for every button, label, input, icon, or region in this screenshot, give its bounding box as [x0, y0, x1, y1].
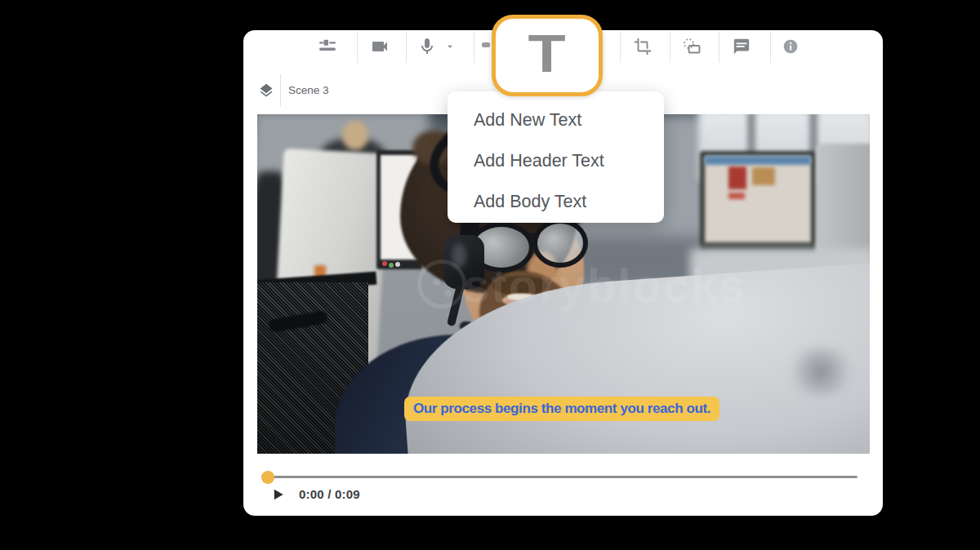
- timeline-scrubber-track[interactable]: [268, 476, 858, 478]
- toolbar-divider: [406, 32, 407, 63]
- mic-dropdown-arrow-icon[interactable]: [444, 37, 456, 56]
- microphone-icon[interactable]: [417, 37, 437, 56]
- editor-panel: T Scene 3: [243, 30, 883, 516]
- toolbar-divider: [719, 32, 719, 63]
- caption-text-element[interactable]: Our process begins the moment you reach …: [404, 397, 719, 421]
- scene-label: Scene 3: [288, 84, 329, 96]
- toolbar-divider: [670, 32, 670, 63]
- layers-icon[interactable]: [258, 82, 274, 99]
- adjust-sliders-icon[interactable]: [318, 37, 337, 56]
- text-tool-button-highlighted[interactable]: T: [492, 15, 603, 96]
- screenshot-canvas: T Scene 3: [0, 0, 980, 550]
- scene-bar-divider: [280, 74, 281, 107]
- background-person-head: [342, 121, 368, 150]
- watermark-logo-dot: [444, 290, 452, 297]
- toolbar-divider: [770, 32, 771, 63]
- sticker-dot-green: [389, 263, 394, 268]
- text-tool-glyph: T: [528, 28, 566, 80]
- menu-item-add-header-text[interactable]: Add Header Text: [448, 140, 664, 181]
- animate-motion-icon[interactable]: [682, 37, 702, 56]
- coworker-screen-thumbnail-tan: [752, 167, 775, 185]
- foreground-monitor-shadow-spot: [784, 347, 858, 396]
- video-camera-icon[interactable]: [370, 37, 390, 56]
- watermark-logo: [417, 259, 466, 308]
- timeline-scrubber-handle[interactable]: [261, 471, 274, 484]
- toolbar-divider: [474, 32, 474, 63]
- toolbar-divider: [620, 32, 621, 63]
- toolbar-divider: [357, 32, 358, 63]
- sticker-dot-gray: [395, 262, 400, 267]
- coworker-monitor-browser-bar: [705, 156, 811, 165]
- play-button[interactable]: [270, 486, 286, 503]
- watermark-text: storyblocks: [463, 258, 747, 313]
- add-text-icon-occluded: [482, 42, 490, 47]
- coworker-screen-thumbnail-small: [728, 193, 745, 199]
- info-icon[interactable]: [781, 37, 800, 56]
- menu-item-add-new-text[interactable]: Add New Text: [448, 100, 664, 140]
- comment-icon[interactable]: [732, 37, 751, 56]
- crop-icon[interactable]: [633, 37, 653, 56]
- menu-item-add-body-text[interactable]: Add Body Text: [448, 181, 664, 222]
- watermark-logo-dot: [433, 278, 440, 286]
- coworker-screen-thumbnail-red: [728, 166, 746, 189]
- sticker-dot-red: [382, 261, 387, 266]
- text-tool-dropdown-menu: Add New Text Add Header Text Add Body Te…: [448, 91, 664, 223]
- playback-time: 0:00 / 0:09: [299, 487, 360, 501]
